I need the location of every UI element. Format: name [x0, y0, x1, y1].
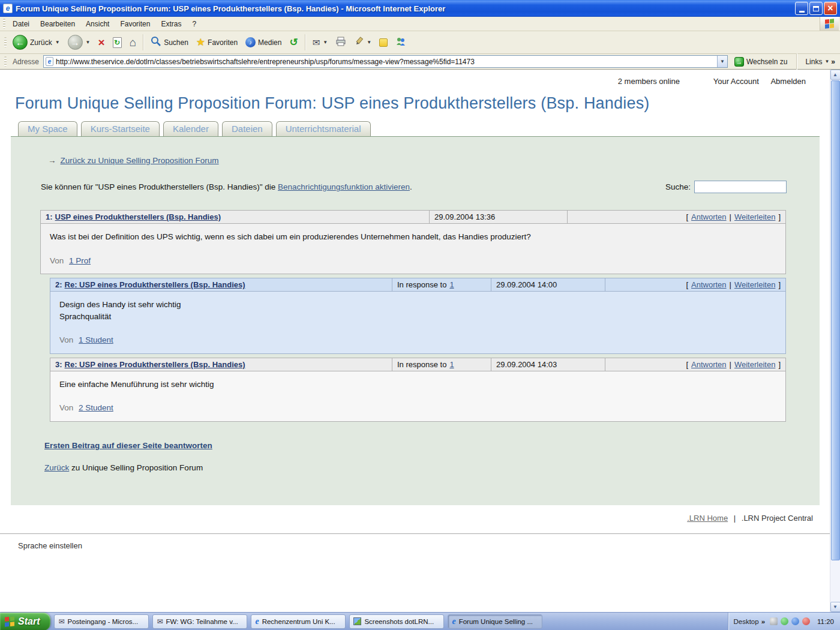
bottom-back-text: zu Unique Selling Proposition Forum — [69, 463, 203, 472]
message-body: Eine einfache Menuführung ist sehr wicht… — [50, 371, 785, 421]
taskbar-item-posteingang[interactable]: ✉ Posteingang - Micros... — [54, 614, 149, 629]
menu-item-datei[interactable]: Datei — [7, 18, 35, 30]
antivirus-tray-icon[interactable] — [802, 617, 810, 625]
tab-kurs-startseite[interactable]: Kurs-Startseite — [81, 121, 160, 136]
restore-button[interactable] — [809, 2, 823, 15]
taskbar-item-rechenzentrum[interactable]: e Rechenzentrum Uni K... — [251, 614, 346, 629]
menu-item-favoriten[interactable]: Favoriten — [115, 18, 155, 30]
language-link[interactable]: Sprache einstellen — [18, 541, 82, 550]
ie-icon: e — [255, 617, 259, 626]
reply-link[interactable]: Antworten — [691, 280, 727, 289]
scroll-up-button[interactable]: ▲ — [830, 70, 840, 80]
forward-button[interactable]: → ▼ — [64, 33, 94, 52]
links-toolbar[interactable]: Links ▼ » — [803, 58, 838, 66]
from-label: Von — [59, 403, 73, 412]
network-tray-icon[interactable] — [791, 617, 799, 625]
favorites-button[interactable]: ★ Favoriten — [193, 35, 241, 49]
reply-link[interactable]: Antworten — [691, 212, 727, 221]
refresh-button[interactable]: ↻ — [109, 35, 125, 50]
author-link[interactable]: 1 Prof — [69, 256, 91, 265]
home-button[interactable]: ⌂ — [126, 35, 140, 50]
taskbar-clock[interactable]: 11:20 — [815, 618, 834, 625]
message-author-row: Von 1 Prof — [50, 255, 776, 267]
back-button[interactable]: ← Zurück ▼ — [9, 33, 64, 52]
back-to-forum-link[interactable]: Zurück zu Unique Selling Proposition For… — [61, 156, 219, 165]
window-title: Forum Unique Selling Proposition Forum: … — [16, 4, 792, 13]
logout-link[interactable]: Abmelden — [770, 77, 806, 86]
response-target-link[interactable]: 1 — [449, 360, 454, 369]
scrollbar-thumb[interactable] — [831, 80, 840, 560]
links-label: Links — [805, 58, 822, 66]
message-actions: [ Antworten | Weiterleiten ] — [568, 211, 785, 223]
history-button[interactable]: ↺ — [286, 35, 301, 49]
volume-tray-icon[interactable] — [770, 617, 778, 625]
forum-message-3: 3: Re: USP eines Produktherstellers (Bsp… — [50, 358, 786, 422]
print-button[interactable] — [332, 35, 350, 50]
messenger-button[interactable] — [392, 35, 410, 50]
actions-bracket-open: [ — [686, 360, 688, 369]
author-link[interactable]: 1 Student — [79, 335, 113, 344]
ie-icon: e — [452, 617, 455, 626]
scroll-down-button[interactable]: ▼ — [830, 602, 840, 612]
lrn-home-link[interactable]: .LRN Home — [687, 514, 728, 523]
desktop-chevron-icon: » — [761, 618, 765, 625]
minimize-button[interactable] — [795, 2, 808, 15]
author-link[interactable]: 2 Student — [79, 403, 113, 412]
reply-first-link[interactable]: Ersten Beitrag auf dieser Seite beantwor… — [44, 441, 212, 450]
response-target-link[interactable]: 1 — [449, 280, 454, 289]
minimize-icon — [799, 11, 805, 13]
search-button[interactable]: Suchen — [147, 34, 192, 50]
from-label: Von — [59, 335, 73, 344]
tab-dateien[interactable]: Dateien — [222, 121, 272, 136]
reply-link[interactable]: Antworten — [691, 360, 727, 369]
actions-bracket-close: ] — [778, 280, 781, 289]
mail-button[interactable]: ✉ ▼ — [309, 36, 332, 49]
edit-button[interactable]: ▼ — [350, 35, 375, 50]
bottom-back-link[interactable]: Zurück — [44, 463, 69, 472]
links-chevron-icon: » — [831, 58, 835, 66]
forward-link[interactable]: Weiterleiten — [734, 212, 775, 221]
actions-bracket-open: [ — [686, 280, 688, 289]
messenger-tray-icon[interactable] — [781, 617, 788, 625]
menu-item-hilfe[interactable]: ? — [187, 18, 202, 30]
taskbar-item-mail[interactable]: ✉ FW: WG: Teilnahme v... — [152, 614, 247, 629]
menu-item-extras[interactable]: Extras — [155, 18, 187, 30]
address-label: Adresse — [11, 58, 40, 66]
reply-first-row: Ersten Beitrag auf dieser Seite beantwor… — [44, 441, 820, 450]
tab-my-space[interactable]: My Space — [18, 121, 77, 136]
address-input[interactable] — [53, 58, 717, 66]
message-actions: [ Antworten | Weiterleiten ] — [605, 278, 785, 291]
history-icon: ↺ — [289, 37, 298, 47]
page-footer: .LRN Home | .LRN Project Central — [0, 514, 813, 523]
message-title-link[interactable]: USP eines Produktherstellers (Bsp. Handi… — [55, 212, 221, 221]
message-title-link[interactable]: Re: USP eines Produktherstellers (Bsp. H… — [65, 280, 245, 289]
close-button[interactable]: × — [824, 2, 837, 15]
stop-button[interactable]: × — [95, 35, 109, 50]
notification-link[interactable]: Benachrichtigungsfunktion aktivieren — [278, 182, 410, 191]
media-button[interactable]: ♪ Medien — [242, 35, 285, 49]
message-date: 29.09.2004 14:00 — [491, 278, 605, 291]
forum-search-input[interactable] — [694, 181, 787, 193]
menu-item-ansicht[interactable]: Ansicht — [80, 18, 115, 30]
start-button[interactable]: Start — [0, 613, 50, 630]
address-dropdown-button[interactable]: ▼ — [717, 56, 727, 67]
tab-unterrichtsmaterial[interactable]: Unterrichtsmaterial — [276, 121, 371, 136]
bottom-back-row: Zurück zu Unique Selling Proposition For… — [44, 463, 820, 472]
taskbar-item-forum-active[interactable]: e Forum Unique Selling ... — [448, 614, 542, 629]
start-label: Start — [18, 616, 40, 627]
window-titlebar: e Forum Unique Selling Proposition Forum… — [0, 0, 840, 17]
menu-item-bearbeiten[interactable]: Bearbeiten — [35, 18, 80, 30]
forward-dropdown-icon: ▼ — [86, 40, 91, 45]
stop-icon: × — [98, 37, 105, 48]
taskbar-item-screenshots[interactable]: Screenshots dotLRN... — [349, 614, 444, 629]
your-account-link[interactable]: Your Account — [713, 77, 759, 86]
go-button[interactable]: → Wechseln zu — [731, 56, 791, 68]
forward-link[interactable]: Weiterleiten — [734, 280, 775, 289]
message-title-link[interactable]: Re: USP eines Produktherstellers (Bsp. H… — [65, 360, 245, 369]
vertical-scrollbar[interactable]: ▲ ▼ — [830, 70, 840, 612]
taskbar-desktop-toolbar[interactable]: Desktop » — [733, 618, 765, 625]
tab-kalender[interactable]: Kalender — [163, 121, 218, 136]
forward-link[interactable]: Weiterleiten — [734, 360, 775, 369]
discuss-button[interactable] — [376, 37, 391, 49]
forward-icon: → — [68, 35, 83, 50]
